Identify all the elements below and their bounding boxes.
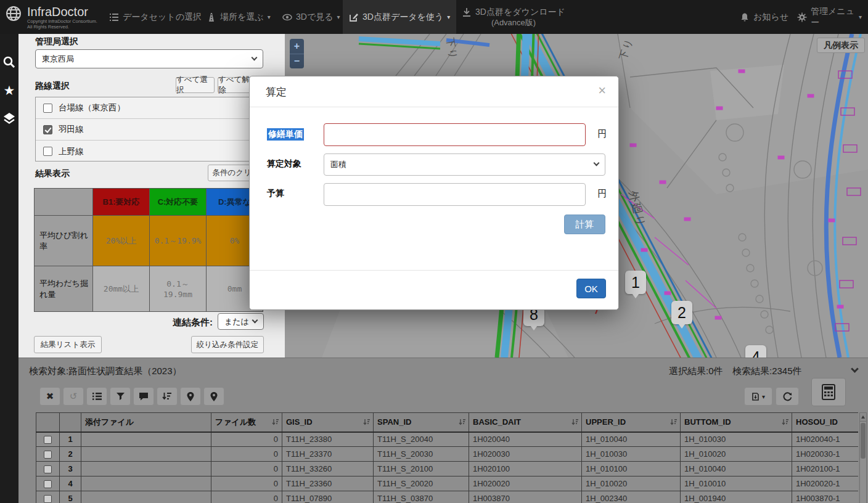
criteria-cell[interactable]: 0.1～19.9% [150, 216, 207, 266]
repair-unit-price-input[interactable] [324, 123, 586, 146]
scrollbar-thumb[interactable] [861, 423, 866, 459]
comment-button[interactable] [133, 387, 154, 406]
row-number: 5 [60, 491, 81, 503]
zoom-in-button[interactable]: + [290, 39, 304, 54]
sort-icon[interactable] [782, 419, 788, 426]
nav-item-notifications[interactable]: お知らせ [734, 0, 795, 34]
sort-icon[interactable] [363, 419, 370, 426]
route-checkbox-ueno[interactable] [43, 147, 52, 156]
criteria-row-label: 平均ひび割れ率 [35, 216, 93, 266]
table-row[interactable]: 3 0 T11H_33260 T11H_S_20100 1H020100 1H_… [36, 462, 859, 476]
filter-button[interactable] [110, 387, 131, 406]
criteria-cell[interactable]: 20mm以上 [93, 266, 150, 312]
header-hosou-id[interactable]: HOSOU_ID [792, 413, 859, 432]
gear-icon [797, 12, 807, 22]
table-vertical-scrollbar[interactable] [859, 412, 867, 503]
route-list-item[interactable]: 羽田線 [36, 119, 263, 141]
star-icon[interactable]: ★ [2, 83, 16, 97]
sort-button[interactable] [157, 387, 178, 406]
edit-icon [349, 12, 359, 22]
row-checkbox[interactable] [44, 465, 52, 473]
sort-icon[interactable] [670, 419, 677, 426]
select-all-button[interactable]: すべて選択 [176, 77, 215, 93]
header-upper-id[interactable]: UPPER_ID [582, 413, 681, 432]
nav-item-label: 3D点群データを使う [362, 12, 443, 23]
modal-title: 算定 [266, 85, 287, 99]
refresh-button[interactable] [776, 387, 799, 406]
nav-item-dataset[interactable]: データセットの選択 [103, 0, 208, 34]
zoom-out-button[interactable]: − [290, 54, 304, 69]
row-checkbox[interactable] [44, 451, 52, 459]
cell-hosou-id: 1H020030-1 [792, 447, 859, 462]
route-select-label: 路線選択 [35, 81, 70, 92]
route-list-item[interactable]: 台場線（東京西） [36, 97, 263, 119]
calculation-tool-button[interactable] [811, 378, 846, 406]
close-icon[interactable]: × [598, 83, 606, 99]
nav-item-place[interactable]: 場所を選ぶ ▾ [200, 0, 277, 34]
clear-selection-button[interactable]: ✖ [39, 387, 60, 406]
header-buttom-id[interactable]: BUTTOM_ID [681, 413, 792, 432]
search-icon[interactable] [2, 55, 16, 69]
row-checkbox[interactable] [44, 480, 52, 488]
results-table-wrap: 添付ファイル ファイル数 GIS_ID SPAN_ID BASIC_DAIT U… [36, 412, 858, 503]
calculator-icon [822, 384, 835, 400]
row-checkbox[interactable] [44, 436, 52, 444]
map-marker-1[interactable]: 1 [625, 271, 646, 294]
header-file-count[interactable]: ファイル数 [211, 413, 282, 432]
table-row[interactable]: 2 0 T11H_23370 T11H_S_20030 1H020030 1H_… [36, 447, 859, 462]
sort-icon[interactable] [272, 419, 279, 426]
cell-file-count: 0 [211, 476, 282, 491]
map-marker-4[interactable]: 4 [745, 345, 766, 358]
nav-item-3d-download[interactable]: 3D点群をダウンロード (Advance版) [452, 0, 575, 34]
nav-item-label: お知らせ [753, 12, 788, 23]
nav-item-admin-menu[interactable]: 管理メニュー ▾ [791, 0, 868, 34]
filter-settings-button[interactable]: 絞り込み条件設定 [191, 336, 264, 353]
map-pin-icon [187, 392, 194, 401]
collapse-panel-button[interactable] [852, 363, 862, 370]
legend-toggle-button[interactable]: 凡例表示 [817, 38, 865, 53]
criteria-header-b1[interactable]: B1:要対応 [93, 189, 150, 216]
bureau-select[interactable]: 東京西局 [35, 49, 263, 68]
header-basic-dait[interactable]: BASIC_DAIT [469, 413, 582, 432]
layers-icon[interactable] [2, 112, 16, 125]
modal-footer: OK [250, 270, 618, 311]
criteria-header-c[interactable]: C:対応不要 [150, 189, 207, 216]
export-dropdown-button[interactable]: ▾ [744, 387, 772, 406]
sort-icon[interactable] [571, 419, 578, 426]
cell-span-id: T11H_S_20040 [374, 432, 469, 447]
route-list-item[interactable]: 上野線 [36, 141, 263, 162]
comment-icon [139, 392, 149, 401]
cell-attachment [81, 462, 211, 476]
header-gis-id[interactable]: GIS_ID [282, 413, 374, 432]
map-marker-2[interactable]: 2 [671, 301, 692, 324]
result-list-button[interactable]: 結果リスト表示 [34, 336, 102, 353]
table-row[interactable]: 1 0 T11H_23380 T11H_S_20040 1H020040 1H_… [36, 432, 859, 447]
row-checkbox[interactable] [44, 495, 52, 503]
route-checkbox-daiba[interactable] [43, 104, 52, 113]
header-span-id[interactable]: SPAN_ID [374, 413, 469, 432]
sort-icon[interactable] [459, 419, 465, 426]
nav-item-label: 3Dで見る [296, 12, 334, 23]
nav-item-3d-pointcloud-use[interactable]: 3D点群データを使う ▾ [343, 0, 456, 34]
map-pin-button-1[interactable] [180, 387, 201, 406]
nav-item-3d-view[interactable]: 3Dで見る ▾ [276, 0, 346, 34]
map-pin-button-2[interactable] [203, 387, 224, 406]
scroll-up-arrow[interactable] [860, 413, 866, 422]
table-row[interactable]: 5 0 T11H_07890 T11H_S_03870 1H003870 1H_… [36, 491, 859, 503]
calc-target-value: 面積 [330, 159, 346, 170]
table-row[interactable]: 4 0 T11H_23360 T11H_S_20020 1H020020 1H_… [36, 476, 859, 491]
calculate-button[interactable]: 計算 [564, 215, 605, 234]
link-condition-select[interactable]: または [218, 313, 264, 330]
criteria-cell[interactable]: 0.1～19.9mm [150, 266, 207, 312]
undo-button[interactable]: ↺ [63, 387, 84, 406]
cell-span-id: T11H_S_20100 [374, 462, 469, 476]
ok-button[interactable]: OK [576, 279, 606, 298]
route-checkbox-haneda[interactable] [43, 125, 52, 134]
list-view-button[interactable] [86, 387, 107, 406]
calc-target-select[interactable]: 面積 [324, 153, 605, 176]
header-attachment[interactable]: 添付ファイル [81, 413, 211, 432]
bell-icon [740, 12, 750, 22]
cell-gis-id: T11H_23370 [282, 447, 374, 462]
budget-input[interactable] [324, 183, 586, 206]
criteria-cell[interactable]: 20%以上 [93, 216, 150, 266]
